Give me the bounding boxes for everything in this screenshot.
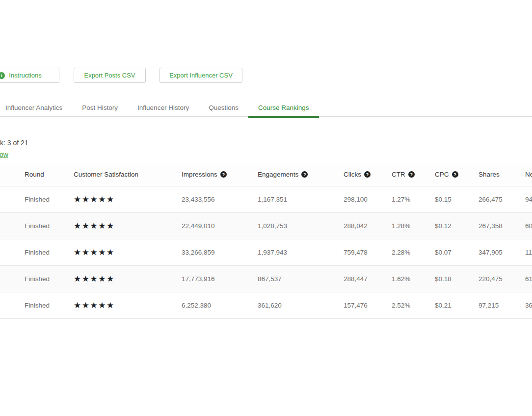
cell-cpc: $0.15 (435, 196, 479, 203)
star-rating: ★★★★★ (74, 222, 182, 230)
help-icon[interactable]: ? (301, 171, 308, 178)
cell-clicks: 759,478 (344, 249, 392, 256)
instructions-button[interactable]: i Instructions (0, 68, 59, 83)
tab-course-rankings[interactable]: Course Rankings (248, 98, 319, 117)
help-icon[interactable]: ? (364, 171, 371, 178)
export-influencer-csv-label: Export Influencer CSV (169, 72, 233, 79)
cell-net: 61 (525, 275, 532, 283)
cell-shares: 220,475 (479, 275, 525, 283)
column-header-ctr: CTR? (392, 171, 435, 178)
cell-engagements: 1,028,753 (258, 222, 344, 230)
star-rating: ★★★★★ (74, 195, 182, 204)
cell-clicks: 298,100 (344, 196, 392, 203)
cell-cpc: $0.21 (435, 302, 479, 309)
cell-ctr: 1.28% (392, 222, 435, 230)
table-row: Finished★★★★★6,252,380361,620157,4762.52… (0, 292, 532, 319)
cell-round: Finished (25, 249, 74, 256)
cell-impressions: 6,252,380 (182, 302, 258, 309)
table-row: Finished★★★★★22,449,0101,028,753288,0421… (0, 213, 532, 239)
cell-ctr: 1.62% (392, 275, 435, 283)
column-header-cpc: CPC? (435, 171, 479, 178)
cell-impressions: 33,266,859 (182, 249, 258, 256)
star-rating: ★★★★★ (74, 275, 182, 283)
cell-engagements: 1,937,943 (258, 249, 344, 256)
cell-clicks: 288,447 (344, 275, 392, 283)
cell-shares: 347,905 (479, 249, 525, 256)
table-header-row: RoundCustomer SatisfactionImpressions?En… (0, 163, 532, 186)
cell-impressions: 23,433,556 (182, 196, 258, 203)
column-label-impressions: Impressions (182, 171, 217, 178)
cell-impressions: 17,773,916 (182, 275, 258, 283)
table-row: Finished★★★★★33,266,8591,937,943759,4782… (0, 239, 532, 266)
cell-round: Finished (25, 222, 74, 230)
table-row: Finished★★★★★23,433,5561,167,351298,1001… (0, 186, 532, 213)
help-icon[interactable]: ? (452, 171, 458, 178)
cell-clicks: 157,476 (344, 302, 392, 309)
export-posts-csv-button[interactable]: Export Posts CSV (74, 68, 146, 83)
course-rankings-screen: i Instructions Export Posts CSV Export I… (0, 0, 532, 416)
column-header-round: Round (25, 171, 74, 178)
column-header-engagements: Engagements? (258, 171, 344, 178)
star-rating: ★★★★★ (74, 248, 182, 257)
export-posts-csv-label: Export Posts CSV (84, 72, 135, 79)
column-header-satisfaction: Customer Satisfaction (74, 171, 182, 178)
column-label-round: Round (25, 171, 44, 178)
cell-net: 60 (525, 222, 532, 230)
table-row: Finished★★★★★17,773,916867,537288,4471.6… (0, 266, 532, 292)
column-header-impressions: Impressions? (182, 171, 258, 178)
cell-shares: 97,215 (479, 302, 525, 309)
cell-ctr: 2.52% (392, 302, 435, 309)
star-rating: ★★★★★ (74, 301, 182, 310)
tab-post-history[interactable]: Post History (72, 98, 128, 117)
column-header-clicks: Clicks? (344, 171, 392, 178)
cell-impressions: 22,449,010 (182, 222, 258, 230)
cell-ctr: 2.28% (392, 249, 435, 256)
summary-link[interactable]: ow (0, 151, 8, 158)
tab-influencer-history[interactable]: Influencer History (128, 98, 199, 117)
instructions-button-label: Instructions (9, 72, 41, 79)
cell-net: 36 (525, 302, 532, 309)
cell-engagements: 867,537 (258, 275, 344, 283)
cell-cpc: $0.07 (435, 249, 479, 256)
column-label-satisfaction: Customer Satisfaction (74, 171, 138, 178)
cell-shares: 267,358 (479, 222, 525, 230)
cell-ctr: 1.27% (392, 196, 435, 203)
cell-round: Finished (25, 302, 74, 309)
cell-shares: 266,475 (479, 196, 525, 203)
help-icon[interactable]: ? (408, 171, 415, 178)
column-label-net: Ne (525, 171, 532, 178)
column-header-net: Ne (525, 171, 532, 178)
tab-bar: Influencer AnalyticsPost HistoryInfluenc… (0, 98, 319, 117)
cell-cpc: $0.18 (435, 275, 479, 283)
cell-net: 94 (525, 196, 532, 203)
tab-influencer-analytics[interactable]: Influencer Analytics (0, 98, 72, 117)
cell-engagements: 1,167,351 (258, 196, 344, 203)
cell-round: Finished (25, 275, 74, 283)
column-header-shares: Shares (479, 171, 525, 178)
table-body: Finished★★★★★23,433,5561,167,351298,1001… (0, 186, 532, 319)
course-rankings-table: RoundCustomer SatisfactionImpressions?En… (0, 163, 532, 319)
cell-net: 11 (525, 249, 532, 256)
cell-cpc: $0.12 (435, 222, 479, 230)
export-influencer-csv-button[interactable]: Export Influencer CSV (160, 68, 242, 83)
tab-questions[interactable]: Questions (199, 98, 248, 117)
column-label-shares: Shares (479, 171, 500, 178)
column-label-ctr: CTR (392, 171, 405, 178)
column-label-clicks: Clicks (344, 171, 361, 178)
column-label-cpc: CPC (435, 171, 449, 178)
cell-engagements: 361,620 (258, 302, 344, 309)
help-icon[interactable]: ? (220, 171, 227, 178)
cell-clicks: 288,042 (344, 222, 392, 230)
rank-summary: k: 3 of 21 (0, 139, 28, 147)
info-icon: i (0, 72, 5, 79)
cell-round: Finished (25, 196, 74, 203)
column-label-engagements: Engagements (258, 171, 298, 178)
